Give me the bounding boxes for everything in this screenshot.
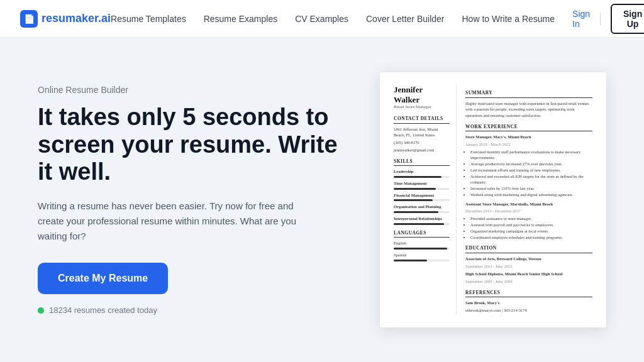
skill-time: Time Management [394,180,450,187]
lang-spanish: Spanish [394,252,450,258]
nav-resume-templates[interactable]: Resume Templates [111,14,186,24]
lang-english: English [394,240,450,246]
sign-in-link[interactable]: Sign In [572,9,590,29]
hero-content: Online Resume Builder It takes only 5 se… [38,85,342,315]
stat-line: 18234 resumes created today [38,305,342,315]
skill-financial: Financial Management [394,192,450,199]
edu1-dates: September 2013 - June 2015 [465,263,592,270]
hero-subtitle: Online Resume Builder [38,85,342,95]
resume-left-col: JenniferWalker Retail Store Manager Cont… [394,85,457,315]
hero-section: Online Resume Builder It takes only 5 se… [0,38,644,362]
exp1-title: Store Manager, Macy's, Miami Beach [465,134,592,140]
resume-address: 1861 Jefferson Ave, Miami Beach, FL, Uni… [394,126,450,139]
resume-summary: Highly motivated store manager with expe… [465,101,592,119]
resume-summary-header: Summary [465,90,592,98]
nav-auth: Sign In Sign Up [572,4,644,34]
resume-contact-header: Contact Details [394,116,450,124]
nav-divider [600,13,601,25]
resume-skills-header: Skills [394,158,450,167]
logo-text: resumaker.ai [42,12,111,25]
exp2-bullets: Provided assistance to store manager. As… [465,216,592,240]
exp2-title: Assistant Store Manager, Marshalls, Miam… [465,201,592,207]
exp2-dates: December 2015 - December 2017 [465,208,592,214]
resume-experience-1: Store Manager, Macy's, Miami Beach Janua… [465,134,592,197]
edu2-dates: September 2009 - June 2009 [465,278,592,285]
skill-interpersonal: Interpersonal Relationships [394,216,450,222]
stat-text: 18234 resumes created today [49,305,157,315]
resume-email: jenniwalker@gmail.com [394,147,450,153]
edu1-degree: Associate of Arts, Broward College, West… [465,256,592,262]
resume-job-title: Retail Store Manager [394,104,450,111]
logo[interactable]: 📄 resumaker.ai [20,10,111,28]
nav-cv-examples[interactable]: CV Examples [295,14,348,24]
sign-up-button[interactable]: Sign Up [611,4,644,34]
nav-how-to-write[interactable]: How to Write a Resume [462,14,555,24]
resume-references-header: References [465,290,592,298]
skill-leadership: Leadership [394,168,450,175]
ref1-name: Sam Brook, Macy's [465,300,592,306]
resume-education-2: High School Diploma, Miami Beach Senior … [465,271,592,285]
hero-title: It takes only 5 seconds to screen your r… [38,104,342,186]
create-resume-button[interactable]: Create My Resume [38,263,168,294]
resume-experience-header: Work Experience [465,124,592,132]
nav-links: Resume Templates Resume Examples CV Exam… [111,13,555,25]
edu2-degree: High School Diploma, Miami Beach Senior … [465,271,592,277]
resume-experience-2: Assistant Store Manager, Marshalls, Miam… [465,201,592,241]
main-nav: 📄 resumaker.ai Resume Templates Resume E… [0,0,644,38]
resume-languages-header: Languages [394,230,450,238]
resume-phone: (305) 349-8170 [394,140,450,146]
resume-right-col: Summary Highly motivated store manager w… [465,85,592,315]
resume-preview: JenniferWalker Retail Store Manager Cont… [380,72,606,327]
resume-card: JenniferWalker Retail Store Manager Cont… [380,72,606,327]
resume-name: JenniferWalker [394,85,450,104]
nav-resume-examples[interactable]: Resume Examples [204,14,278,24]
hero-description: Writing a resume has never been easier. … [38,199,314,244]
resume-education-1: Associate of Arts, Broward College, West… [465,256,592,270]
logo-icon: 📄 [20,10,38,28]
resume-education-header: Education [465,245,592,253]
resume-skills: Leadership Time Management Financial Man… [394,168,450,225]
green-dot-icon [38,307,44,314]
exp1-bullets: Executed monthly staff performance evalu… [465,149,592,198]
exp1-dates: January 2018 - March 2022 [465,141,592,148]
ref1-contact: sbbrook@macys.com | 305-214-3174 [465,307,592,314]
resume-reference-1: Sam Brook, Macy's sbbrook@macys.com | 30… [465,300,592,314]
skill-organization: Organization and Planning [394,204,450,210]
resume-languages: English Spanish [394,240,450,261]
nav-cover-letter[interactable]: Cover Letter Builder [366,14,445,24]
